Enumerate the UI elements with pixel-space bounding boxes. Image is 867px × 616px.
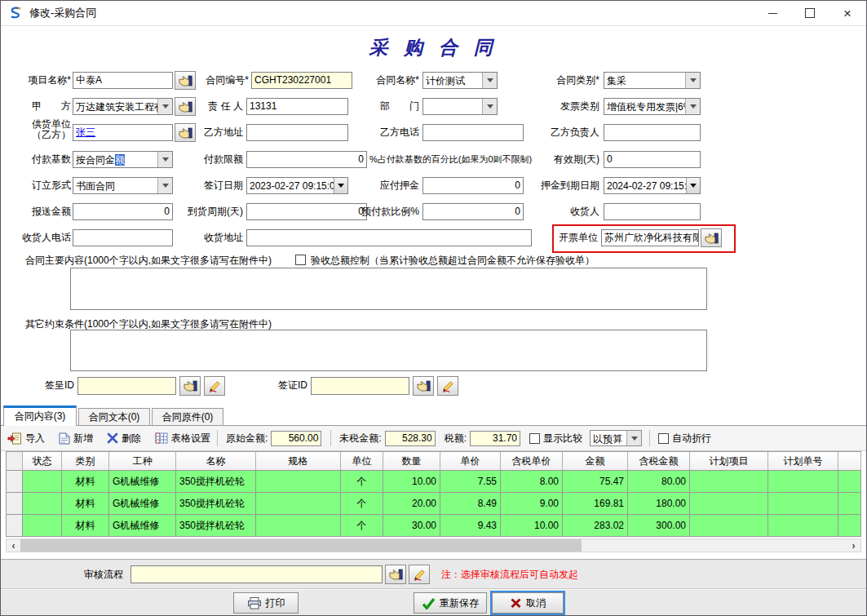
tab-contract-content[interactable]: 合同内容(3) (3, 405, 77, 426)
cell[interactable]: 个 (341, 493, 383, 515)
party-b-leader-field[interactable] (604, 124, 701, 141)
review-flow-field[interactable] (130, 565, 383, 583)
delete-row-button[interactable]: 删除 (107, 432, 141, 445)
column-header[interactable]: 含税单价 (501, 452, 563, 471)
cell[interactable]: 7.55 (440, 471, 501, 493)
minimize-button[interactable] (754, 1, 791, 25)
column-header[interactable]: 单位 (341, 452, 383, 471)
cell[interactable] (23, 493, 62, 515)
auto-wrap-checkbox-group[interactable]: 自动折行 (658, 432, 711, 445)
project-name-field[interactable]: 中泰A (73, 72, 173, 89)
table-row[interactable]: 材料 G机械维修 350搅拌机砼轮 个 30.00 9.43 10.00 283… (7, 515, 861, 537)
invoice-unit-field[interactable]: 苏州广欣净化科技有限 (601, 229, 699, 246)
cell[interactable] (256, 471, 341, 493)
chevron-down-icon[interactable] (482, 99, 497, 114)
party-a-select[interactable]: 万达建筑安装工程有 (73, 98, 173, 115)
cell[interactable] (768, 493, 838, 515)
valid-days-field[interactable]: 0 (604, 151, 701, 168)
cell[interactable]: 300.00 (628, 515, 690, 537)
visa-sign-button[interactable] (437, 376, 458, 396)
chevron-down-icon[interactable] (157, 178, 172, 193)
other-terms-textarea[interactable] (70, 330, 707, 371)
add-row-button[interactable]: 新增 (59, 432, 93, 445)
delivery-days-field[interactable]: 0 (246, 203, 367, 220)
scrollbar-thumb[interactable] (20, 539, 582, 552)
cell[interactable] (690, 471, 768, 493)
cell[interactable] (768, 471, 838, 493)
review-flow-picker-button[interactable] (385, 565, 406, 584)
cell[interactable]: 75.47 (563, 471, 628, 493)
compare-mode-select[interactable]: 以预算 (590, 430, 642, 446)
cell[interactable]: 80.00 (628, 471, 690, 493)
chevron-down-icon[interactable] (626, 431, 641, 445)
column-header[interactable]: 工种 (109, 452, 176, 471)
print-button[interactable]: 打印 (233, 592, 299, 614)
column-header[interactable]: 数量 (383, 452, 440, 471)
delivery-address-field[interactable] (246, 229, 532, 246)
original-amount-field[interactable]: 560.00 (271, 431, 321, 446)
deposit-field[interactable]: 0 (422, 177, 524, 194)
grid-setup-button[interactable]: 表格设置 (155, 432, 210, 445)
cell[interactable] (768, 515, 838, 537)
contract-no-field[interactable]: CGHT230227001 (251, 72, 352, 89)
horizontal-scrollbar[interactable]: ‹ › (6, 538, 861, 552)
cell[interactable]: 10.00 (383, 471, 440, 493)
calendar-dropdown-icon[interactable] (334, 178, 347, 193)
cell[interactable]: 8.49 (440, 493, 501, 515)
contract-name-select[interactable]: 计价测试 (422, 72, 498, 89)
cell[interactable]: 169.81 (563, 493, 628, 515)
tax-amount-field[interactable]: 31.70 (470, 431, 520, 446)
cell[interactable]: G机械维修 (109, 515, 176, 537)
cell[interactable]: 283.02 (563, 515, 628, 537)
column-header[interactable]: 单价 (440, 452, 501, 471)
invoice-type-select[interactable]: 增值税专用发票|6% (604, 98, 701, 115)
maximize-button[interactable] (791, 1, 829, 25)
cell[interactable] (23, 515, 62, 537)
cell[interactable]: 材料 (62, 471, 109, 493)
sign-date-picker[interactable]: 2023-02-27 09:15:0 (246, 177, 348, 194)
calendar-dropdown-icon[interactable] (686, 178, 700, 193)
review-flow-sign-button[interactable] (409, 565, 430, 584)
close-button[interactable]: × (829, 1, 866, 25)
cell[interactable]: 180.00 (628, 493, 690, 515)
untaxed-amount-field[interactable]: 528.30 (385, 431, 436, 446)
contract-type-select[interactable]: 集采 (604, 72, 701, 89)
cell[interactable]: 9.00 (501, 493, 563, 515)
chevron-down-icon[interactable] (157, 99, 172, 114)
resave-button[interactable]: 重新保存 (414, 592, 487, 614)
chevron-down-icon[interactable] (482, 73, 497, 88)
show-compare-checkbox-group[interactable]: 显示比较 (529, 432, 582, 445)
column-header[interactable]: 金额 (563, 452, 628, 471)
cell[interactable]: 350搅拌机砼轮 (176, 515, 256, 537)
cell[interactable]: 350搅拌机砼轮 (176, 471, 256, 493)
supplier-link[interactable]: 张三 (76, 126, 95, 138)
cell[interactable]: 8.00 (501, 471, 563, 493)
table-row[interactable]: 材料 G机械维修 350搅拌机砼轮 个 20.00 8.49 9.00 169.… (7, 493, 861, 515)
contract-form-select[interactable]: 书面合同 (73, 177, 173, 194)
pay-base-select[interactable]: 按合同金额 (73, 151, 173, 168)
chevron-down-icon[interactable] (685, 73, 700, 88)
pay-limit-field[interactable]: 0 (246, 151, 367, 168)
cell[interactable] (690, 493, 768, 515)
consignee-phone-field[interactable] (73, 229, 173, 246)
show-compare-checkbox[interactable] (529, 433, 540, 444)
cell[interactable] (690, 515, 768, 537)
person-field[interactable]: 13131 (246, 98, 348, 115)
main-content-textarea[interactable] (70, 268, 707, 310)
cell[interactable]: 10.00 (501, 515, 563, 537)
tab-contract-original[interactable]: 合同原件(0) (152, 408, 223, 426)
report-amount-field[interactable]: 0 (73, 203, 173, 220)
invoice-unit-picker-button[interactable] (701, 228, 722, 247)
cell[interactable]: G机械维修 (109, 471, 176, 493)
sign-report-picker-button[interactable] (179, 376, 201, 396)
cell[interactable]: G机械维修 (109, 493, 176, 515)
column-header[interactable]: 计划项目 (690, 452, 768, 471)
cell[interactable] (256, 493, 341, 515)
cell[interactable] (256, 515, 341, 537)
consignee-field[interactable] (604, 203, 701, 220)
row-indicator[interactable] (7, 493, 23, 515)
scroll-right-icon[interactable]: › (847, 539, 860, 552)
cell[interactable] (23, 471, 62, 493)
chevron-down-icon[interactable] (157, 152, 172, 167)
party-b-address-field[interactable] (246, 124, 348, 141)
